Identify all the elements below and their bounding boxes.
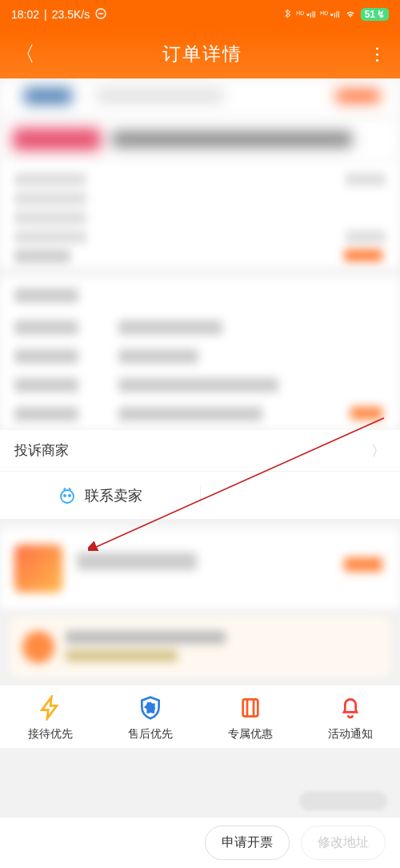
more-button[interactable]: ⋯ — [367, 46, 388, 62]
complaint-merchant-row[interactable]: 投诉商家 〉 — [0, 429, 400, 471]
svg-point-3 — [69, 495, 70, 496]
modify-address-button[interactable]: 修改地址 — [301, 826, 386, 860]
coupon-icon — [238, 695, 263, 721]
svg-point-1 — [61, 490, 74, 503]
bottom-action-bar: 申请开票 修改地址 — [0, 817, 400, 868]
contact-seller-label: 联系卖家 — [85, 486, 142, 505]
svg-rect-5 — [242, 699, 258, 716]
lightning-icon — [38, 695, 63, 721]
bell-icon — [338, 695, 363, 721]
status-bar: 18:02 | 23.5K/s ᴴᴰ •ıll ᴴᴰ •ıll 51↯ — [0, 0, 400, 29]
contact-seller-button[interactable]: 联系卖家 — [0, 486, 201, 505]
complaint-label: 投诉商家 — [14, 441, 69, 460]
svg-point-2 — [64, 495, 66, 496]
status-speed: 23.5K/s — [52, 8, 90, 21]
battery-indicator: 51↯ — [361, 8, 389, 21]
watermark — [299, 791, 387, 810]
dnd-icon — [94, 7, 107, 22]
service-aftersale-priority[interactable]: 售 售后优先 — [100, 695, 200, 741]
page-title: 订单详情 — [162, 42, 242, 66]
blurred-content-top — [0, 78, 400, 429]
signal-icon: ᴴᴰ •ıll — [296, 10, 316, 20]
wifi-icon — [344, 8, 357, 22]
svg-text:售: 售 — [146, 702, 155, 713]
service-exclusive-discount[interactable]: 专属优惠 — [200, 695, 300, 741]
signal-icon-2: ᴴᴰ •ıll — [320, 10, 340, 20]
wangwang-icon — [58, 486, 77, 505]
invoice-button[interactable]: 申请开票 — [205, 826, 290, 860]
service-activity-notice[interactable]: 活动通知 — [300, 695, 400, 741]
shield-icon: 售 — [138, 695, 163, 721]
bluetooth-icon — [282, 8, 292, 22]
service-priority-reception[interactable]: 接待优先 — [0, 695, 100, 741]
nav-bar: 〈 订单详情 ⋯ — [0, 29, 400, 78]
chevron-right-icon: 〉 — [371, 441, 386, 460]
services-row: 接待优先 售 售后优先 专属优惠 活动通知 — [0, 685, 400, 748]
blurred-content-bottom — [0, 528, 400, 677]
status-time: 18:02 — [11, 8, 39, 21]
back-button[interactable]: 〈 — [14, 40, 35, 68]
contact-row: 联系卖家 — [0, 471, 400, 519]
